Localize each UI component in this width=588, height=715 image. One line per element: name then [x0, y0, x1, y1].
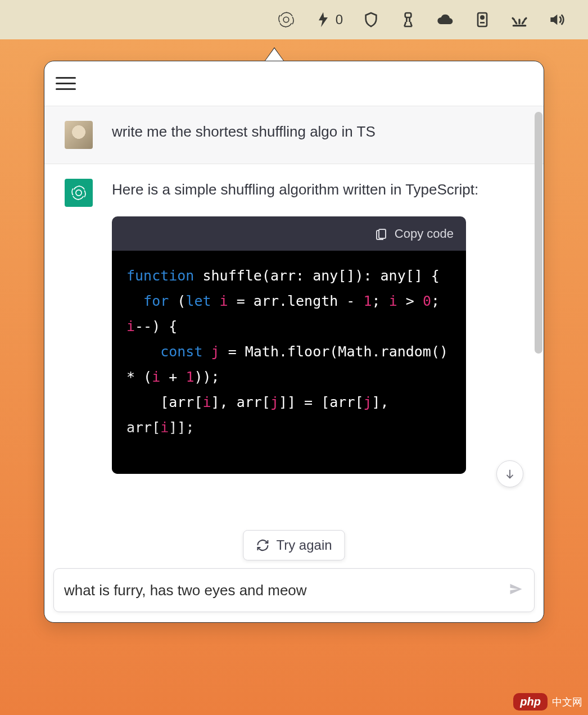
svg-rect-1 [405, 13, 411, 17]
tower-menubar-icon[interactable] [399, 11, 417, 29]
menu-icon[interactable] [56, 71, 80, 96]
refresh-icon [256, 538, 269, 552]
user-avatar [65, 121, 93, 149]
send-button[interactable] [508, 581, 524, 599]
code-block: Copy code function shuffle(arr: any[]): … [112, 216, 466, 474]
watermark-text: 中文网 [552, 695, 582, 709]
chat-input-bar [53, 568, 535, 612]
copy-code-label: Copy code [395, 224, 454, 243]
popover-arrow [265, 48, 283, 61]
badge-menubar-icon[interactable] [473, 11, 491, 29]
svg-point-0 [283, 17, 289, 22]
code-body[interactable]: function shuffle(arr: any[]): any[] { fo… [112, 251, 466, 474]
try-again-label: Try again [276, 537, 332, 553]
rays-menubar-icon[interactable] [510, 11, 528, 29]
try-again-button[interactable]: Try again [243, 530, 345, 560]
popover-header [44, 61, 544, 106]
send-icon [508, 581, 524, 597]
user-message-text: write me the shortest shuffling algo in … [112, 121, 523, 149]
chat-input[interactable] [64, 582, 508, 599]
bolt-menubar-item[interactable]: 0 [314, 11, 343, 29]
svg-point-3 [481, 16, 483, 19]
clipboard-icon[interactable]: Copy code [374, 224, 454, 243]
bolt-count: 0 [336, 12, 343, 28]
assistant-message-row: Here is a simple shuffling algorithm wri… [44, 164, 544, 488]
assistant-intro-text: Here is a simple shuffling algorithm wri… [112, 179, 523, 201]
chat-popover: write me the shortest shuffling algo in … [44, 61, 544, 623]
watermark: php 中文网 [513, 693, 582, 711]
chat-area: write me the shortest shuffling algo in … [44, 106, 544, 622]
volume-menubar-icon[interactable] [548, 11, 566, 29]
user-message-row: write me the shortest shuffling algo in … [44, 106, 544, 164]
svg-point-4 [76, 190, 82, 196]
cloud-menubar-icon[interactable] [436, 11, 454, 29]
openai-menubar-icon[interactable] [277, 11, 295, 29]
shield-menubar-icon[interactable] [362, 11, 380, 29]
svg-rect-5 [379, 229, 386, 238]
scrollbar-thumb[interactable] [535, 112, 542, 354]
scroll-down-button[interactable] [496, 460, 523, 487]
code-header: Copy code [112, 216, 466, 251]
macos-menubar: 0 [0, 0, 588, 39]
watermark-badge: php [513, 693, 548, 711]
assistant-message-content: Here is a simple shuffling algorithm wri… [112, 179, 523, 474]
assistant-avatar [65, 179, 93, 207]
